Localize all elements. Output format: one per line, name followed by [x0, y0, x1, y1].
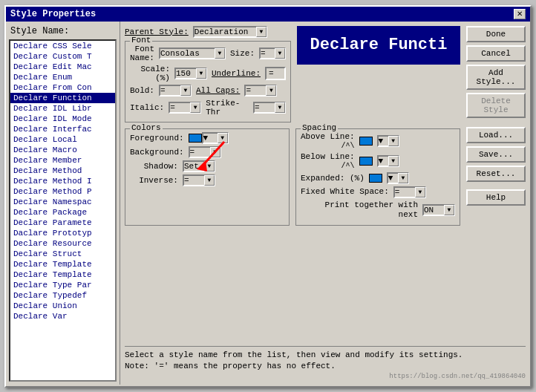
font-group: Font Font Name: Consolas ▼ Size:: [125, 41, 291, 122]
shadow-label: Shadow:: [130, 162, 178, 171]
above-line-select[interactable]: ▼: [377, 135, 399, 147]
font-group-title: Font: [130, 36, 152, 45]
bold-dropdown[interactable]: = ▼: [159, 85, 192, 97]
style-list-item[interactable]: Declare Struct: [10, 249, 115, 259]
bottom-line1: Select a style name from the list, then …: [125, 350, 463, 359]
style-list[interactable]: Declare CSS SeleDeclare Custom TDeclare …: [10, 41, 115, 380]
inverse-label: Inverse:: [130, 176, 178, 185]
bold-row: Bold: = ▼ All Caps: =: [130, 85, 286, 97]
right-buttons-panel: Load... Save... Reset... Help: [466, 127, 526, 226]
scale-row: Scale: (%) 150 ▼ Underline: =: [130, 65, 286, 82]
buttons-panel: Done Cancel Add Style... Delete Style: [466, 26, 526, 118]
all-caps-dropdown[interactable]: = ▼: [244, 85, 277, 97]
preview-text: Declare Functi: [310, 36, 448, 54]
size-select[interactable]: =: [259, 48, 286, 59]
style-list-item[interactable]: Declare IDL Mode: [10, 114, 115, 124]
style-list-item[interactable]: Declare Member: [10, 155, 115, 166]
above-line-row: Above Line: /^\ ▼ ▼: [301, 132, 455, 150]
size-dropdown[interactable]: = ▼: [259, 48, 286, 59]
style-list-item[interactable]: Declare Type Par: [10, 280, 115, 290]
style-list-item[interactable]: Declare Method P: [10, 186, 115, 197]
below-line-swatch: [359, 157, 373, 166]
style-list-item[interactable]: Declare Function: [10, 93, 115, 103]
italic-dropdown[interactable]: = ▼: [169, 102, 201, 114]
cancel-button[interactable]: Cancel: [466, 45, 526, 62]
background-label: Background:: [130, 148, 184, 157]
style-list-item[interactable]: Declare From Con: [10, 82, 115, 93]
save-button[interactable]: Save...: [466, 146, 526, 163]
strike-select[interactable]: =: [253, 102, 286, 114]
expanded-select[interactable]: ▼: [387, 172, 409, 184]
above-line-dropdown[interactable]: ▼ ▼: [377, 135, 399, 147]
style-list-item[interactable]: Declare Namespac: [10, 197, 115, 207]
expanded-label: Expanded: (%): [301, 174, 365, 183]
style-list-item[interactable]: Declare Template: [10, 259, 115, 270]
expanded-dropdown[interactable]: ▼ ▼: [387, 172, 409, 184]
delete-style-button[interactable]: Delete Style: [466, 93, 526, 118]
dialog-title: Style Properties: [10, 9, 96, 19]
print-together-select[interactable]: ON: [422, 204, 455, 216]
font-name-select[interactable]: Consolas: [159, 48, 226, 59]
reset-button[interactable]: Reset...: [466, 166, 526, 182]
parent-style-dropdown-wrapper[interactable]: Declaration ▼: [193, 26, 267, 38]
style-list-item[interactable]: Declare Resource: [10, 238, 115, 249]
scale-label: Scale: (%): [130, 65, 170, 82]
fixed-ws-dropdown[interactable]: = ▼: [393, 186, 426, 198]
style-list-item[interactable]: Declare Local: [10, 134, 115, 145]
style-list-panel: Style Name: Declare CSS SeleDeclare Cust…: [6, 22, 120, 385]
fixed-ws-select[interactable]: =: [393, 186, 426, 198]
style-name-label: Style Name:: [6, 24, 120, 39]
style-list-item[interactable]: Declare Custom T: [10, 51, 115, 62]
watermark: https://blog.csdn.net/qq_419864040: [125, 373, 526, 380]
fixed-white-space-row: Fixed White Space: = ▼: [301, 186, 455, 198]
inverse-select[interactable]: =: [183, 174, 215, 186]
bold-select[interactable]: =: [159, 85, 192, 97]
below-line-select[interactable]: ▼: [377, 155, 399, 167]
strike-dropdown[interactable]: = ▼: [253, 102, 286, 114]
below-line-label: Below Line: /^\: [301, 152, 355, 170]
italic-label: Italic:: [130, 103, 164, 112]
style-list-container: Declare CSS SeleDeclare Custom TDeclare …: [9, 39, 117, 382]
style-list-item[interactable]: Declare Var: [10, 311, 115, 321]
style-list-item[interactable]: Declare Method I: [10, 176, 115, 186]
right-panel: Parent Style: Declaration ▼ Font: [120, 22, 530, 385]
style-list-item[interactable]: Declare Interfac: [10, 124, 115, 134]
add-style-button[interactable]: Add Style...: [466, 65, 526, 90]
style-list-item[interactable]: Declare CSS Sele: [10, 41, 115, 51]
size-label: Size:: [230, 49, 255, 58]
inverse-dropdown[interactable]: = ▼: [183, 174, 215, 186]
done-button[interactable]: Done: [466, 26, 526, 42]
bottom-line2: Note: '=' means the property has no effe…: [125, 362, 336, 370]
close-button[interactable]: ✕: [514, 9, 526, 19]
style-list-item[interactable]: Declare Paramete: [10, 218, 115, 228]
style-list-item[interactable]: Declare IDL Libr: [10, 103, 115, 114]
above-line-label: Above Line: /^\: [301, 132, 355, 150]
style-list-item[interactable]: Declare Method: [10, 166, 115, 176]
print-together-dropdown[interactable]: ON ▼: [422, 204, 455, 216]
load-button[interactable]: Load...: [466, 127, 526, 143]
bold-label: Bold:: [130, 86, 154, 95]
font-name-row: Font Name: Consolas ▼ Size: =: [130, 45, 286, 62]
font-name-dropdown[interactable]: Consolas ▼: [159, 48, 226, 59]
style-list-item[interactable]: Declare Edit Mac: [10, 62, 115, 72]
help-button[interactable]: Help: [466, 189, 526, 206]
style-list-item[interactable]: Declare Package: [10, 207, 115, 218]
style-list-item[interactable]: Daclare Prototyp: [10, 228, 115, 238]
scale-select[interactable]: 150: [174, 68, 207, 79]
style-list-item[interactable]: Declare Union: [10, 301, 115, 311]
below-line-dropdown[interactable]: ▼ ▼: [377, 155, 399, 167]
style-list-item[interactable]: Declare Macro: [10, 145, 115, 155]
bottom-instructions: Select a style name from the list, then …: [125, 346, 526, 373]
all-caps-select[interactable]: =: [244, 85, 277, 97]
scale-dropdown[interactable]: 150 ▼: [174, 68, 207, 79]
parent-style-select[interactable]: Declaration: [193, 26, 267, 38]
foreground-label: Foreground:: [130, 134, 184, 143]
inverse-row: Inverse: = ▼: [130, 174, 284, 186]
print-together-row: Print together with next ON ▼: [301, 200, 455, 220]
style-list-item[interactable]: Declare Typedef: [10, 290, 115, 301]
spacing-title: Spacing: [301, 123, 338, 132]
style-list-item[interactable]: Declare Template: [10, 270, 115, 280]
italic-select[interactable]: =: [169, 102, 201, 114]
style-list-item[interactable]: Declare Enum: [10, 72, 115, 82]
foreground-row: Foreground: ▼ ▼: [130, 132, 284, 144]
